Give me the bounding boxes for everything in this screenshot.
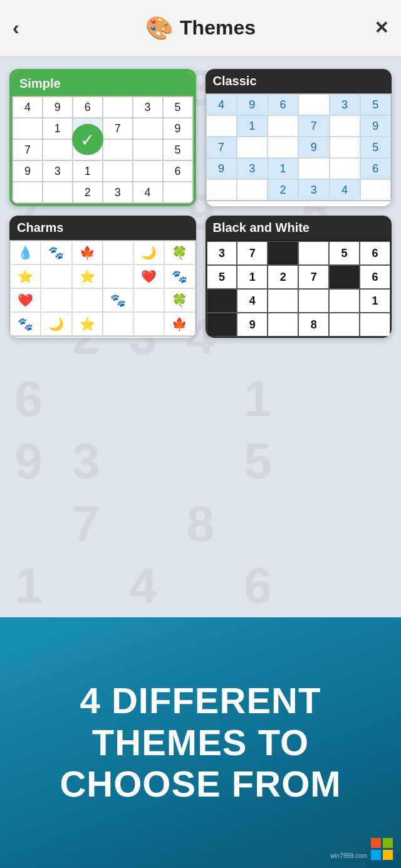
charms-label: Charms <box>9 216 196 240</box>
classic-label: Classic <box>206 69 392 93</box>
simple-cell: 9 <box>13 160 43 182</box>
checkmark-icon: ✓ <box>72 124 103 155</box>
bw-cell: 8 <box>298 313 329 337</box>
simple-label: Simple <box>12 71 194 96</box>
bottom-banner: 4 DIFFERENT THEMES TO CHOOSE FROM win799… <box>0 617 401 868</box>
simple-cell <box>103 160 133 182</box>
theme-card-classic[interactable]: Classic 4 9 6 3 5 1 7 9 7 <box>206 69 392 206</box>
classic-cell <box>237 137 268 158</box>
bw-cell: 3 <box>207 241 237 265</box>
classic-cell <box>330 137 360 158</box>
bw-cell <box>329 289 360 313</box>
simple-cell: 6 <box>163 160 193 182</box>
simple-cell <box>43 182 73 203</box>
charms-cell: 💧 <box>10 241 41 264</box>
bw-cell <box>207 289 237 313</box>
simple-grid: 4 9 6 3 5 1 ✓ 7 9 <box>12 96 194 204</box>
charms-cell: ⭐ <box>72 312 103 336</box>
classic-cell: 9 <box>237 94 268 115</box>
header-title-group: 🎨 Themes <box>145 15 256 41</box>
bw-cell: 6 <box>360 241 390 265</box>
charms-preview: 💧 🐾 🍁 🌙 🍀 ⭐ ⭐ ❤️ 🐾 ❤️ 🐾 <box>9 240 196 337</box>
banner-line2: THEMES TO <box>60 722 341 764</box>
classic-cell <box>330 115 360 137</box>
simple-cell: 3 <box>43 160 73 182</box>
simple-cell: 6 <box>73 97 103 118</box>
charms-cell: 🍀 <box>164 288 195 312</box>
bw-preview: 3 7 5 6 5 1 2 7 6 4 1 <box>206 240 392 338</box>
classic-cell: 3 <box>298 179 329 201</box>
bw-cell: 5 <box>329 241 360 265</box>
theme-card-charms[interactable]: Charms 💧 🐾 🍁 🌙 🍀 ⭐ ⭐ ❤️ 🐾 ❤️ <box>9 216 196 338</box>
bw-cell: 5 <box>207 265 237 289</box>
simple-cell <box>163 182 193 203</box>
simple-cell: 5 <box>163 139 193 160</box>
bw-cell: 6 <box>360 265 390 289</box>
bw-cell: 1 <box>237 265 268 289</box>
bw-cell <box>268 241 298 265</box>
simple-cell <box>103 97 133 118</box>
charms-cell <box>133 288 164 312</box>
bw-cell: 7 <box>298 265 329 289</box>
charms-cell <box>41 288 71 312</box>
classic-cell: 5 <box>360 94 391 115</box>
page-title: Themes <box>180 16 256 39</box>
classic-cell <box>268 137 298 158</box>
ms-logo-blue <box>371 850 381 860</box>
charms-cell: 🐾 <box>10 312 41 336</box>
simple-cell: 3 <box>133 97 163 118</box>
classic-cell: 4 <box>206 94 237 115</box>
classic-cell <box>330 158 360 179</box>
classic-cell <box>206 115 237 137</box>
bw-cell <box>360 313 390 337</box>
charms-cell <box>72 288 103 312</box>
charms-cell <box>103 312 133 336</box>
simple-preview: 4 9 6 3 5 1 ✓ 7 9 <box>12 96 194 204</box>
classic-grid: 4 9 6 3 5 1 7 9 7 9 5 <box>206 93 392 201</box>
charms-cell <box>41 264 71 288</box>
classic-cell: 6 <box>268 94 298 115</box>
charms-cell: 🍁 <box>164 312 195 336</box>
classic-cell: 1 <box>268 158 298 179</box>
simple-cell <box>133 160 163 182</box>
bw-cell: 7 <box>237 241 268 265</box>
classic-cell: 3 <box>237 158 268 179</box>
charms-cell: 🍁 <box>72 241 103 264</box>
banner-text: 4 DIFFERENT THEMES TO CHOOSE FROM <box>47 667 353 818</box>
simple-cell: 9 <box>43 97 73 118</box>
simple-cell: 9 <box>163 118 193 139</box>
bw-cell: 4 <box>237 289 268 313</box>
bw-cell: 9 <box>237 313 268 337</box>
simple-cell: ✓ <box>73 118 103 139</box>
classic-cell: 1 <box>237 115 268 137</box>
bw-cell <box>298 289 329 313</box>
classic-cell: 7 <box>298 115 329 137</box>
classic-cell: 9 <box>360 115 391 137</box>
bw-cell: 2 <box>268 265 298 289</box>
bw-cell <box>329 265 360 289</box>
banner-line3: CHOOSE FROM <box>60 763 341 805</box>
bw-grid: 3 7 5 6 5 1 2 7 6 4 1 <box>206 240 392 338</box>
classic-cell: 3 <box>330 94 360 115</box>
close-button[interactable]: ✕ <box>374 18 388 38</box>
simple-cell: 7 <box>13 139 43 160</box>
charms-cell: 🐾 <box>103 288 133 312</box>
theme-card-simple[interactable]: Simple 4 9 6 3 5 1 ✓ <box>9 69 196 206</box>
charms-cell: 🌙 <box>41 312 71 336</box>
header: ‹ 🎨 Themes ✕ <box>0 0 401 56</box>
charms-grid: 💧 🐾 🍁 🌙 🍀 ⭐ ⭐ ❤️ 🐾 ❤️ 🐾 <box>9 240 196 337</box>
back-button[interactable]: ‹ <box>13 16 19 39</box>
classic-cell: 5 <box>360 137 391 158</box>
charms-cell <box>103 241 133 264</box>
theme-card-blackwhite[interactable]: Black and White 3 7 5 6 5 1 2 7 6 4 <box>206 216 392 338</box>
themes-grid: Simple 4 9 6 3 5 1 ✓ <box>9 69 392 338</box>
simple-cell: 1 <box>43 118 73 139</box>
classic-cell: 2 <box>268 179 298 201</box>
charms-cell: 🐾 <box>164 264 195 288</box>
microsoft-logo <box>371 838 393 860</box>
simple-cell: 1 <box>73 160 103 182</box>
palette-icon: 🎨 <box>145 15 174 41</box>
classic-cell <box>298 94 329 115</box>
simple-cell <box>103 139 133 160</box>
simple-cell <box>13 182 43 203</box>
